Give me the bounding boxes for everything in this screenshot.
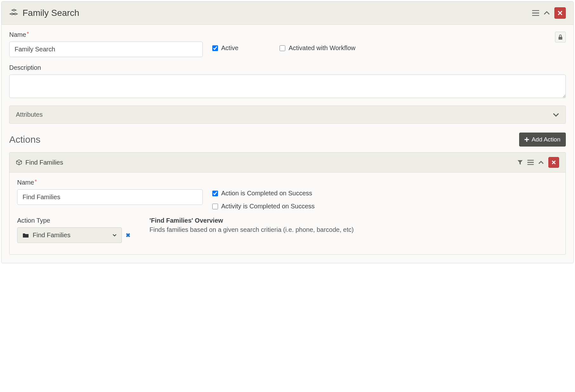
collapse-icon[interactable] [538,160,544,164]
description-label: Description [9,64,566,71]
active-label: Active [221,44,238,52]
action-name-input[interactable] [17,189,203,205]
name-label-text: Name [9,31,26,38]
folder-icon [23,233,29,238]
action-name-label-text: Name [17,179,34,186]
action-row-1: Name• Action is Completed on Success Act… [17,179,558,210]
menu-icon[interactable] [532,10,539,16]
action-panel-header: Find Families [10,153,565,173]
overview-block: 'Find Families' Overview Finds families … [149,217,558,233]
activity-completed-row[interactable]: Activity is Completed on Success [212,203,315,210]
main-panel: Family Search Name• [1,1,574,263]
action-title-text: Find Families [25,159,63,166]
main-panel-body: Name• Active Activated with Workflow [2,25,573,263]
action-panel-body: Name• Action is Completed on Success Act… [10,173,565,254]
active-checkbox-row[interactable]: Active [212,44,238,52]
action-panel-title: Find Families [16,159,63,166]
clear-action-type[interactable]: ✖ [126,232,130,239]
description-textarea[interactable] [9,75,566,98]
activity-completed-checkbox[interactable] [212,204,218,209]
required-indicator: • [27,29,29,36]
svg-rect-0 [558,37,562,40]
workflow-checkbox-row[interactable]: Activated with Workflow [280,44,355,52]
page-title: Family Search [9,8,79,18]
action-panel-tools [517,157,559,168]
action-checks-column: Action is Completed on Success Activity … [212,179,315,210]
name-label: Name• [9,31,203,38]
menu-icon[interactable] [527,160,534,165]
workflow-label: Activated with Workflow [288,44,355,52]
close-button[interactable] [554,7,566,19]
actions-heading: Actions [9,134,40,145]
overview-title: 'Find Families' Overview [149,217,558,224]
attributes-label: Attributes [16,111,43,118]
actions-heading-row: Actions Add Action [9,133,566,147]
collapse-icon[interactable] [544,11,550,15]
filter-icon[interactable] [517,160,523,165]
checkbox-column: Active Activated with Workflow [212,31,545,52]
name-group: Name• [9,31,203,57]
completed-on-success-row[interactable]: Action is Completed on Success [212,190,315,197]
delete-action-button[interactable] [548,157,559,168]
completed-on-success-label: Action is Completed on Success [221,190,312,197]
action-type-value: Find Families [33,232,70,239]
action-name-group: Name• [17,179,203,205]
plus-icon [525,137,529,142]
action-row-2: Action Type Find Families [17,217,558,243]
activity-completed-label: Activity is Completed on Success [221,203,315,210]
workflow-checkbox[interactable] [280,45,285,51]
main-panel-header: Family Search [2,2,573,25]
chevron-down-icon [553,113,559,117]
overview-text: Finds families based on a given search c… [149,226,558,233]
action-panel: Find Families [9,152,566,255]
action-name-label: Name• [17,179,203,186]
required-indicator: • [35,177,37,184]
add-action-label: Add Action [532,136,560,143]
cubes-icon [9,9,19,17]
action-type-label: Action Type [17,217,130,224]
name-input[interactable] [9,42,203,57]
page-title-text: Family Search [23,8,79,18]
attributes-collapsible[interactable]: Attributes [9,106,566,124]
main-panel-tools [532,7,566,19]
add-action-button[interactable]: Add Action [519,133,566,147]
active-checkbox[interactable] [212,45,218,51]
action-type-group: Action Type Find Families [17,217,130,243]
form-row-top: Name• Active Activated with Workflow [9,31,566,57]
caret-down-icon [113,234,116,237]
lock-column [555,31,566,42]
action-type-select[interactable]: Find Families [17,227,122,243]
cube-icon [16,159,22,166]
lock-icon[interactable] [555,32,566,42]
completed-on-success-checkbox[interactable] [212,191,218,196]
description-group: Description [9,64,566,98]
